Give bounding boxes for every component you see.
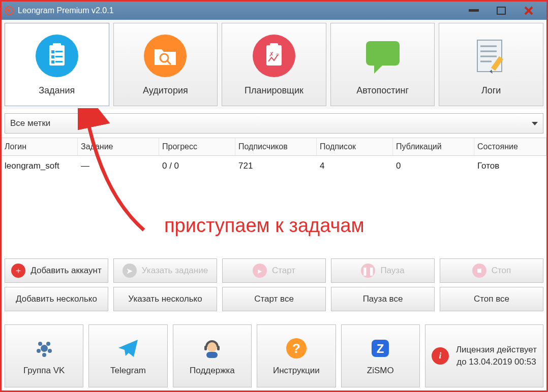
support-button[interactable]: Поддержка	[173, 324, 252, 387]
add-multiple-button[interactable]: Добавить несколько	[5, 287, 108, 311]
titlebar: Leongram Premium v2.0.1	[2, 2, 546, 20]
scheduler-icon: ✗ ○	[252, 34, 296, 78]
vk-icon	[32, 336, 56, 361]
svg-marker-36	[118, 340, 138, 357]
telegram-button[interactable]: Telegram	[88, 324, 167, 387]
document-edit-icon	[469, 34, 513, 78]
set-task-button[interactable]: ➤ Указать задание	[113, 258, 217, 283]
main-tabs: Задания Аудитория ✗ ○ Планировщик Автопо…	[2, 20, 546, 109]
tab-scheduler[interactable]: ✗ ○ Планировщик	[222, 23, 326, 106]
support-icon	[200, 336, 224, 361]
annotation-text: приступаем к задачам	[164, 215, 364, 237]
pause-icon: ❚❚	[361, 264, 375, 278]
svg-rect-6	[53, 43, 61, 48]
set-multiple-button[interactable]: Указать несколько	[113, 287, 217, 311]
close-button[interactable]	[523, 5, 534, 16]
start-all-button[interactable]: Старт все	[222, 287, 326, 311]
col-progress[interactable]: Прогресс	[159, 138, 235, 156]
tab-label: Задания	[39, 85, 75, 96]
app-icon	[5, 6, 14, 15]
tab-label: Аудитория	[143, 85, 188, 96]
minimize-button[interactable]	[468, 5, 479, 16]
svg-rect-39	[204, 346, 207, 350]
license-info: i Лицензия действует до 13.04.2019 00:53	[425, 324, 543, 387]
license-line2: до 13.04.2019 00:53	[456, 356, 537, 368]
svg-marker-21	[374, 63, 384, 74]
cell-followers: 721	[235, 156, 317, 176]
play-icon: ▸	[253, 264, 267, 278]
info-icon: i	[432, 347, 449, 365]
maximize-button[interactable]	[496, 5, 507, 16]
svg-rect-0	[469, 9, 479, 12]
svg-point-35	[42, 353, 46, 357]
svg-rect-40	[217, 346, 220, 350]
labels-filter-select[interactable]: Все метки	[5, 113, 543, 134]
table-row[interactable]: leongram_soft — 0 / 0 721 4 0 Готов	[2, 156, 546, 176]
svg-rect-8	[55, 51, 63, 52]
svg-rect-18	[270, 43, 278, 48]
tab-audience[interactable]: Аудитория	[113, 23, 218, 106]
instructions-button[interactable]: ? Инструкции	[257, 324, 336, 387]
help-icon: ?	[284, 336, 309, 361]
filter-selected-value: Все метки	[10, 118, 50, 128]
vk-group-button[interactable]: Группа VK	[5, 324, 83, 387]
start-button[interactable]: ▸ Старт	[222, 258, 326, 283]
col-status[interactable]: Состояние	[474, 138, 546, 156]
svg-rect-11	[51, 60, 54, 63]
cell-task: —	[78, 156, 159, 176]
zismo-icon: Z	[368, 336, 392, 361]
col-task[interactable]: Задание	[78, 138, 159, 156]
svg-point-30	[41, 345, 48, 352]
col-login[interactable]: Логин	[2, 138, 78, 156]
svg-text:Z: Z	[377, 342, 384, 355]
cursor-icon: ➤	[123, 264, 137, 278]
license-line1: Лицензия действует	[456, 344, 537, 356]
zismo-button[interactable]: Z ZiSMO	[341, 324, 420, 387]
col-posts[interactable]: Публикаций	[393, 138, 474, 156]
svg-text:?: ?	[292, 341, 300, 356]
svg-rect-1	[497, 7, 506, 15]
pause-all-button[interactable]: Пауза все	[331, 287, 435, 311]
svg-rect-9	[51, 55, 54, 58]
svg-point-34	[46, 342, 50, 346]
col-following[interactable]: Подписок	[317, 138, 393, 156]
add-account-button[interactable]: ＋ Добавить аккаунт	[5, 258, 108, 283]
search-folder-icon	[143, 34, 188, 78]
tab-logs[interactable]: Логи	[439, 23, 543, 106]
svg-rect-10	[55, 56, 63, 57]
svg-point-32	[48, 349, 52, 353]
svg-rect-20	[366, 41, 400, 66]
tab-label: Автопостинг	[356, 85, 409, 96]
window-title: Leongram Premium v2.0.1	[18, 6, 114, 15]
stop-icon: ■	[472, 264, 486, 278]
cell-posts: 0	[393, 156, 474, 176]
tab-label: Планировщик	[245, 85, 303, 96]
cell-login: leongram_soft	[2, 156, 78, 176]
chevron-down-icon	[532, 122, 538, 125]
col-followers[interactable]: Подписчиков	[235, 138, 317, 156]
cell-following: 4	[317, 156, 393, 176]
cell-status: Готов	[474, 156, 546, 176]
svg-rect-7	[51, 50, 54, 53]
tab-tasks[interactable]: Задания	[5, 23, 109, 106]
tab-label: Логи	[481, 85, 501, 96]
svg-point-33	[38, 342, 42, 346]
stop-all-button[interactable]: Стоп все	[440, 287, 543, 311]
stop-button[interactable]: ■ Стоп	[440, 258, 543, 283]
cell-progress: 0 / 0	[159, 156, 235, 176]
svg-rect-12	[55, 61, 63, 62]
pause-button[interactable]: ❚❚ Пауза	[331, 258, 435, 283]
speech-bubble-icon	[360, 34, 405, 78]
svg-point-31	[37, 349, 41, 353]
accounts-table: Логин Задание Прогресс Подписчиков Подпи…	[2, 138, 546, 176]
telegram-icon	[116, 336, 140, 361]
svg-rect-38	[206, 352, 218, 358]
tab-autoposting[interactable]: Автопостинг	[330, 23, 435, 106]
plus-icon: ＋	[11, 264, 25, 278]
clipboard-icon	[35, 34, 79, 78]
